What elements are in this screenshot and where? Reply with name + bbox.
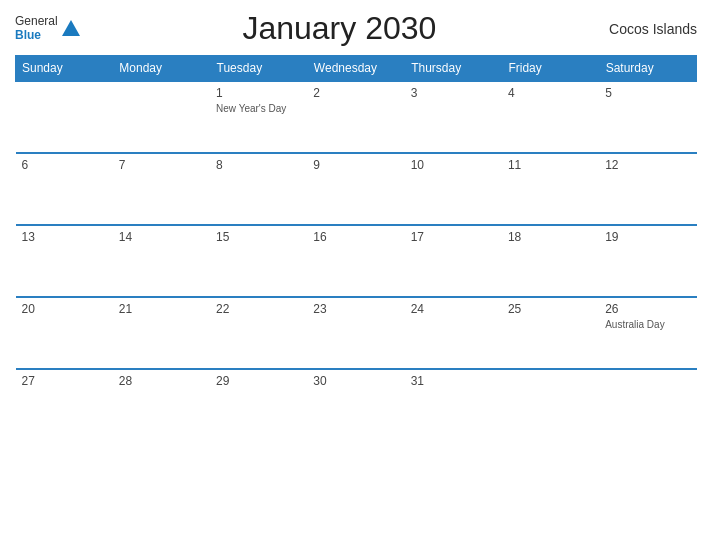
day-number: 22 (216, 302, 301, 316)
day-number: 2 (313, 86, 398, 100)
calendar-cell: 12 (599, 153, 696, 225)
calendar-cell: 11 (502, 153, 599, 225)
calendar-cell: 6 (16, 153, 113, 225)
calendar-cell: 28 (113, 369, 210, 441)
week-row-1: 1New Year's Day2345 (16, 81, 697, 153)
holiday-label: New Year's Day (216, 102, 301, 115)
calendar-cell: 2 (307, 81, 404, 153)
day-number: 20 (22, 302, 107, 316)
day-number: 27 (22, 374, 107, 388)
holiday-label: Australia Day (605, 318, 690, 331)
calendar-cell: 5 (599, 81, 696, 153)
weekday-header-saturday: Saturday (599, 56, 696, 82)
calendar-cell: 4 (502, 81, 599, 153)
weekday-header-row: SundayMondayTuesdayWednesdayThursdayFrid… (16, 56, 697, 82)
calendar-cell (16, 81, 113, 153)
calendar-cell: 26Australia Day (599, 297, 696, 369)
day-number: 30 (313, 374, 398, 388)
day-number: 29 (216, 374, 301, 388)
weekday-header-sunday: Sunday (16, 56, 113, 82)
calendar-cell: 3 (405, 81, 502, 153)
day-number: 18 (508, 230, 593, 244)
day-number: 14 (119, 230, 204, 244)
calendar-cell: 25 (502, 297, 599, 369)
calendar-cell: 15 (210, 225, 307, 297)
logo-blue-text: Blue (15, 29, 58, 42)
day-number: 1 (216, 86, 301, 100)
calendar-cell: 7 (113, 153, 210, 225)
calendar-cell: 30 (307, 369, 404, 441)
logo-general-text: General (15, 15, 58, 28)
logo-icon (60, 18, 82, 40)
day-number: 16 (313, 230, 398, 244)
day-number: 7 (119, 158, 204, 172)
calendar-cell: 1New Year's Day (210, 81, 307, 153)
calendar-cell: 16 (307, 225, 404, 297)
calendar-cell: 14 (113, 225, 210, 297)
calendar-cell: 10 (405, 153, 502, 225)
calendar-cell: 23 (307, 297, 404, 369)
day-number: 19 (605, 230, 690, 244)
calendar-cell: 31 (405, 369, 502, 441)
calendar-cell: 20 (16, 297, 113, 369)
week-row-5: 2728293031 (16, 369, 697, 441)
day-number: 25 (508, 302, 593, 316)
day-number: 31 (411, 374, 496, 388)
day-number: 11 (508, 158, 593, 172)
calendar-cell: 17 (405, 225, 502, 297)
day-number: 8 (216, 158, 301, 172)
day-number: 6 (22, 158, 107, 172)
day-number: 24 (411, 302, 496, 316)
weekday-header-wednesday: Wednesday (307, 56, 404, 82)
week-row-4: 20212223242526Australia Day (16, 297, 697, 369)
day-number: 26 (605, 302, 690, 316)
calendar-cell: 29 (210, 369, 307, 441)
calendar-table: SundayMondayTuesdayWednesdayThursdayFrid… (15, 55, 697, 441)
day-number: 12 (605, 158, 690, 172)
day-number: 15 (216, 230, 301, 244)
calendar-cell (599, 369, 696, 441)
day-number: 28 (119, 374, 204, 388)
region-label: Cocos Islands (597, 21, 697, 37)
day-number: 23 (313, 302, 398, 316)
weekday-header-thursday: Thursday (405, 56, 502, 82)
day-number: 3 (411, 86, 496, 100)
calendar-cell: 24 (405, 297, 502, 369)
calendar-title: January 2030 (82, 10, 597, 47)
calendar-cell: 27 (16, 369, 113, 441)
calendar-cell: 13 (16, 225, 113, 297)
calendar-cell (502, 369, 599, 441)
day-number: 4 (508, 86, 593, 100)
weekday-header-monday: Monday (113, 56, 210, 82)
calendar-cell: 21 (113, 297, 210, 369)
day-number: 21 (119, 302, 204, 316)
weekday-header-friday: Friday (502, 56, 599, 82)
calendar-cell: 18 (502, 225, 599, 297)
day-number: 10 (411, 158, 496, 172)
week-row-3: 13141516171819 (16, 225, 697, 297)
logo: General Blue (15, 15, 82, 41)
day-number: 9 (313, 158, 398, 172)
calendar-cell (113, 81, 210, 153)
day-number: 5 (605, 86, 690, 100)
day-number: 13 (22, 230, 107, 244)
calendar-container: General Blue January 2030 Cocos Islands … (0, 0, 712, 550)
calendar-cell: 19 (599, 225, 696, 297)
calendar-cell: 9 (307, 153, 404, 225)
weekday-header-tuesday: Tuesday (210, 56, 307, 82)
header: General Blue January 2030 Cocos Islands (15, 10, 697, 47)
calendar-cell: 22 (210, 297, 307, 369)
calendar-cell: 8 (210, 153, 307, 225)
week-row-2: 6789101112 (16, 153, 697, 225)
day-number: 17 (411, 230, 496, 244)
svg-marker-0 (62, 20, 80, 36)
